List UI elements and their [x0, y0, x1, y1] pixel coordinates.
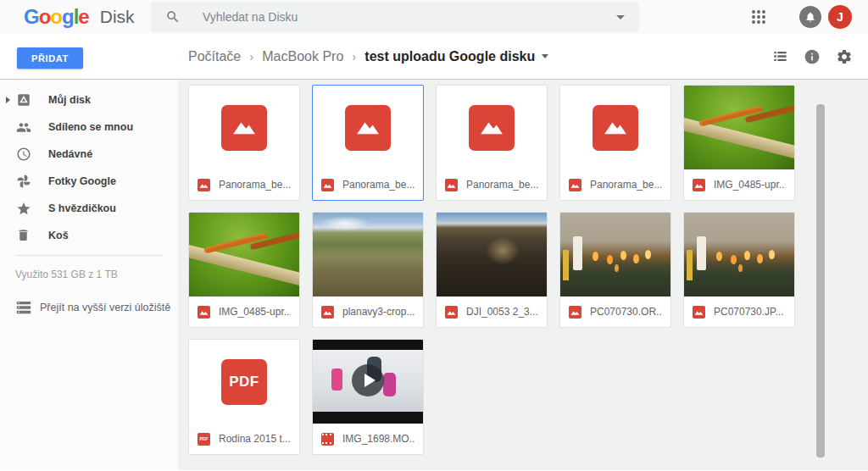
toolbar-icons	[772, 34, 853, 79]
play-button-icon[interactable]	[352, 364, 384, 396]
settings-gear-icon[interactable]	[836, 48, 853, 65]
folder-menu-caret-icon[interactable]	[542, 54, 548, 58]
people-icon	[16, 119, 31, 135]
image-file-icon	[221, 105, 267, 151]
file-card-footer: PDFRodina 2015 t...	[189, 424, 299, 454]
file-thumbnail-placeholder-image	[560, 86, 670, 169]
file-thumbnail-photo-dragonfly	[684, 86, 794, 169]
drive-icon	[16, 92, 31, 108]
file-card-footer: Panorama_be...	[437, 169, 547, 200]
sidebar-item-sd-leno-se-mnou[interactable]: Sdíleno se mnou	[0, 114, 178, 141]
file-thumbnail-placeholder-pdf: PDF	[189, 340, 299, 424]
info-icon[interactable]	[804, 48, 821, 65]
search-options-caret-icon[interactable]	[616, 15, 625, 19]
file-card-footer: PC070730.OR...	[560, 296, 670, 327]
file-name: Panorama_be...	[219, 179, 291, 191]
logo-letter: o	[50, 5, 62, 28]
file-name: PC070730.JP...	[714, 306, 784, 318]
photos-pinwheel-icon	[16, 174, 31, 189]
app-header: Google Disk Vyhledat na Disku J	[0, 0, 868, 34]
file-thumbnail-placeholder-image	[437, 86, 547, 169]
search-icon	[165, 9, 181, 25]
file-name: Panorama_be...	[466, 179, 538, 191]
image-type-icon	[321, 179, 334, 191]
image-type-icon	[569, 179, 581, 191]
breadcrumb-separator-icon: ›	[352, 49, 356, 64]
sidebar-item-label: Koš	[48, 230, 69, 241]
logo-letter: o	[39, 5, 51, 28]
sidebar-item-label: Sdíleno se mnou	[48, 121, 133, 133]
storage-usage-text: Využito 531 GB z 1 TB	[15, 269, 178, 280]
logo-letter: e	[78, 5, 88, 28]
image-type-icon	[693, 179, 705, 191]
vertical-scrollbar[interactable]	[816, 104, 825, 457]
content-area: Můj diskSdíleno se mnouNedávnéFotky Goog…	[0, 80, 868, 470]
file-card-footer: IMG_0485-upr....	[684, 169, 794, 200]
image-type-icon	[445, 179, 458, 191]
file-name: Panorama_be...	[590, 179, 662, 191]
sidebar-item-s-hv-zdi-kou[interactable]: S hvězdičkou	[0, 195, 178, 222]
file-card[interactable]: planavy3-crop...	[312, 212, 424, 328]
product-name: Disk	[100, 7, 135, 27]
toolbar: PŘIDAT Počítače›MacBook Pro›test uploadu…	[0, 34, 868, 80]
logo-letter: g	[62, 5, 74, 28]
file-card[interactable]: IMG_0485-upr....	[683, 85, 795, 201]
video-type-icon	[321, 433, 334, 446]
upgrade-storage-label: Přejít na vyšší verzi úložiště	[40, 302, 170, 313]
pdf-file-icon: PDF	[221, 359, 267, 405]
file-card-footer: DJI_0053 2_3...	[437, 296, 547, 327]
apps-grid-icon[interactable]	[751, 9, 766, 25]
file-name: IMG_0485-upr....	[219, 306, 291, 318]
sidebar-item-m-j-disk[interactable]: Můj disk	[0, 86, 178, 114]
sidebar-item-label: S hvězdičkou	[48, 202, 116, 214]
breadcrumb-item[interactable]: MacBook Pro	[262, 49, 343, 64]
file-thumbnail-placeholder-image	[189, 86, 299, 169]
star-icon	[16, 201, 31, 216]
file-grid-area: Panorama_be...Panorama_be...Panorama_be.…	[178, 80, 868, 470]
file-card[interactable]: PC070730.JP...	[683, 212, 795, 328]
file-card[interactable]: DJI_0053 2_3...	[436, 212, 548, 328]
file-card[interactable]: PC070730.OR...	[559, 212, 671, 328]
google-drive-logo[interactable]: Google Disk	[24, 0, 135, 34]
image-type-icon	[569, 306, 581, 319]
file-card[interactable]: IMG_1698.MO...	[312, 339, 424, 455]
file-name: DJI_0053 2_3...	[466, 306, 538, 318]
file-name: Panorama_be...	[342, 179, 415, 191]
pdf-type-icon: PDF	[198, 433, 210, 446]
expand-arrow-icon[interactable]	[6, 97, 10, 103]
sidebar-item-ko-[interactable]: Koš	[0, 222, 178, 249]
sidebar-item-label: Nedávné	[48, 148, 92, 160]
image-type-icon	[693, 306, 705, 319]
file-name: Rodina 2015 t...	[219, 433, 291, 445]
sidebar-item-label: Můj disk	[48, 94, 91, 106]
sidebar-item-label: Fotky Google	[48, 175, 116, 187]
add-button[interactable]: PŘIDAT	[17, 47, 83, 69]
file-card-footer: Panorama_be...	[313, 169, 423, 200]
list-view-icon[interactable]	[772, 48, 788, 64]
image-type-icon	[198, 306, 210, 319]
account-avatar[interactable]: J	[828, 5, 852, 29]
file-card[interactable]: IMG_0485-upr....	[188, 212, 300, 328]
image-type-icon	[321, 306, 334, 319]
file-card[interactable]: Panorama_be...	[188, 85, 300, 201]
file-card[interactable]: Panorama_be...	[312, 85, 424, 201]
file-card-footer: planavy3-crop...	[313, 296, 423, 327]
search-placeholder: Vyhledat na Disku	[203, 10, 298, 24]
file-card-footer: IMG_1698.MO...	[313, 424, 423, 454]
image-type-icon	[198, 179, 210, 191]
upgrade-storage-link[interactable]: Přejít na vyšší verzi úložiště	[0, 299, 178, 316]
file-card[interactable]: Panorama_be...	[436, 85, 548, 201]
search-input[interactable]: Vyhledat na Disku	[151, 2, 639, 32]
file-card[interactable]: PDFPDFRodina 2015 t...	[188, 339, 300, 455]
sidebar-item-fotky-google[interactable]: Fotky Google	[0, 168, 178, 195]
sidebar-divider	[15, 255, 163, 256]
sidebar-item-ned-vn-[interactable]: Nedávné	[0, 141, 178, 168]
sidebar: Můj diskSdíleno se mnouNedávnéFotky Goog…	[0, 80, 178, 470]
image-file-icon	[469, 105, 515, 151]
breadcrumb-item[interactable]: test uploadu Google disku	[364, 49, 535, 64]
file-thumbnail-photo-hills	[313, 213, 423, 296]
file-card[interactable]: Panorama_be...	[559, 85, 671, 201]
notifications-bell-icon[interactable]	[799, 6, 821, 28]
file-name: planavy3-crop...	[342, 306, 415, 318]
breadcrumb-item[interactable]: Počítače	[188, 49, 241, 64]
